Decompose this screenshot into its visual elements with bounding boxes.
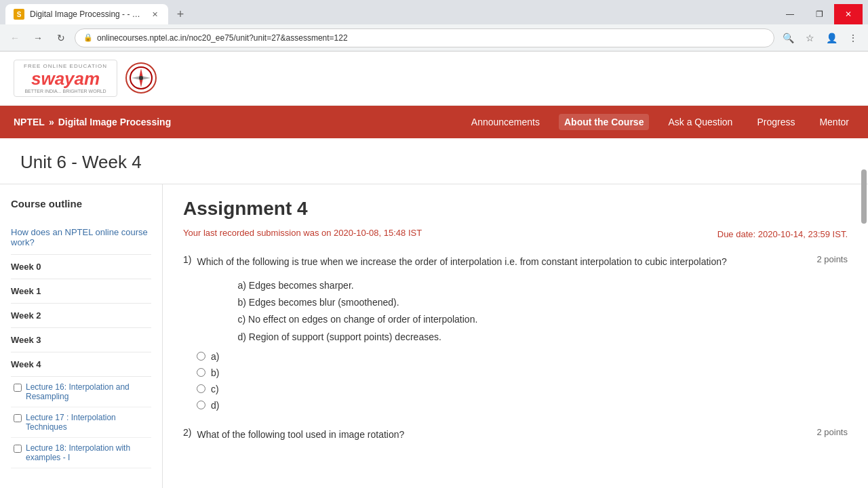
question-2-block: 2) What of the following tool used in im… (183, 427, 848, 450)
main-wrapper: Course outline How does an NPTEL online … (0, 184, 868, 488)
svg-point-3 (139, 76, 143, 80)
tab-title: Digital Image Processing - - Uni... (30, 9, 144, 19)
submission-row: Your last recorded submission was on 202… (183, 228, 848, 241)
back-button[interactable]: ← (5, 28, 24, 47)
radio-row-1d: d) (197, 400, 848, 411)
radio-row-1b: b) (197, 367, 848, 378)
window-maximize-button[interactable]: ❐ (805, 4, 834, 24)
browser-chrome: S Digital Image Processing - - Uni... ✕ … (0, 0, 868, 52)
reload-button[interactable]: ↻ (52, 28, 71, 47)
due-date: Due date: 2020-10-14, 23:59 IST. (717, 229, 848, 239)
page-title: Unit 6 - Week 4 (20, 152, 848, 173)
radio-row-1c: c) (197, 384, 848, 394)
sidebar-section-week1[interactable]: Week 1 (11, 279, 151, 304)
lec18-checkbox[interactable] (14, 445, 22, 453)
toolbar-actions: 🔍 ☆ 👤 ⋮ (778, 28, 863, 47)
option-1a: a) Edges becomes sharper. (237, 277, 726, 294)
sidebar-section-week2[interactable]: Week 2 (11, 304, 151, 328)
question-2-header: 2) What of the following tool used in im… (183, 427, 848, 450)
forward-button[interactable]: → (28, 28, 47, 47)
nav-link-progress[interactable]: Progress (751, 114, 800, 130)
profile-button[interactable]: 👤 (822, 28, 841, 47)
breadcrumb-course[interactable]: Digital Image Processing (58, 117, 172, 127)
option-1b: b) Edges becomes blur (smoothened). (237, 294, 726, 311)
radio-label-q1a[interactable]: a) (211, 351, 219, 362)
lock-icon: 🔒 (83, 33, 93, 42)
sidebar-title: Course outline (11, 198, 151, 209)
sidebar-section-week4[interactable]: Week 4 (11, 352, 151, 377)
browser-tab[interactable]: S Digital Image Processing - - Uni... ✕ (5, 4, 168, 24)
sidebar-section-week3[interactable]: Week 3 (11, 328, 151, 352)
question-1-radio-options: a) b) c) d) (197, 351, 848, 411)
nav-bar: NPTEL » Digital Image Processing Announc… (0, 106, 868, 138)
radio-q1d[interactable] (197, 401, 205, 409)
question-2-num: 2) (183, 427, 191, 438)
sidebar: Course outline How does an NPTEL online … (0, 184, 163, 488)
breadcrumb-nptel[interactable]: NPTEL (14, 117, 45, 127)
lec16-checkbox[interactable] (14, 384, 22, 392)
question-1-options: a) Edges becomes sharper. b) Edges becom… (237, 277, 726, 346)
option-1d: d) Region of support (support points) de… (237, 329, 726, 346)
swayam-sub: BETTER INDIA... BRIGHTER WORLD (24, 89, 106, 94)
window-close-button[interactable]: ✕ (834, 4, 863, 24)
new-tab-button[interactable]: + (171, 5, 190, 24)
swayam-logo-box: FREE ONLINE EDUCATION swayam BETTER INDI… (14, 60, 117, 97)
radio-q1a[interactable] (197, 352, 205, 361)
browser-title-bar: S Digital Image Processing - - Uni... ✕ … (0, 0, 868, 24)
url-text: onlinecourses.nptel.ac.in/noc20_ee75/uni… (97, 33, 766, 43)
radio-label-q1b[interactable]: b) (211, 367, 219, 378)
bookmark-button[interactable]: ☆ (800, 28, 819, 47)
question-1-header: 1) Which of the following is true when w… (183, 254, 848, 346)
page-content: FREE ONLINE EDUCATION swayam BETTER INDI… (0, 52, 868, 488)
sidebar-item-lec17[interactable]: Lecture 17 : Interpolation Techniques (11, 407, 151, 438)
radio-row-1a: a) (197, 351, 848, 362)
nav-link-ask-question[interactable]: Ask a Question (663, 114, 738, 130)
radio-label-q1d[interactable]: d) (211, 400, 219, 411)
breadcrumb: NPTEL » Digital Image Processing (14, 117, 466, 127)
tab-favicon: S (14, 9, 24, 20)
compass-logo (125, 62, 157, 94)
radio-q1b[interactable] (197, 368, 205, 377)
sidebar-item-lec18[interactable]: Lecture 18: Interpolation with examples … (11, 438, 151, 468)
option-1c: c) No effect on edges on change of order… (237, 311, 726, 328)
sidebar-item-lec16[interactable]: Lecture 16: Interpolation and Resampling (11, 377, 151, 407)
nav-links: Announcements About the Course Ask a Que… (466, 114, 854, 130)
nav-link-mentor[interactable]: Mentor (814, 114, 854, 130)
browser-toolbar: ← → ↻ 🔒 onlinecourses.nptel.ac.in/noc20_… (0, 24, 868, 52)
sidebar-section-week0[interactable]: Week 0 (11, 255, 151, 279)
scrollbar-thumb[interactable] (861, 169, 867, 224)
top-header: FREE ONLINE EDUCATION swayam BETTER INDI… (0, 52, 868, 106)
content-area: Assignment 4 Your last recorded submissi… (163, 184, 868, 488)
question-1-block: 1) Which of the following is true when w… (183, 254, 848, 411)
breadcrumb-separator: » (49, 117, 54, 127)
nav-link-announcements[interactable]: Announcements (466, 114, 545, 130)
question-2-points: 2 points (816, 427, 848, 437)
zoom-button[interactable]: 🔍 (778, 28, 797, 47)
sidebar-link-how[interactable]: How does an NPTEL online course work? (11, 220, 151, 255)
radio-label-q1c[interactable]: c) (211, 384, 219, 394)
tab-close-button[interactable]: ✕ (149, 9, 160, 20)
lec17-checkbox[interactable] (14, 414, 22, 422)
swayam-logo-text: swayam (31, 69, 100, 89)
swayam-logo: FREE ONLINE EDUCATION swayam BETTER INDI… (14, 60, 157, 97)
address-bar[interactable]: 🔒 onlinecourses.nptel.ac.in/noc20_ee75/u… (75, 28, 774, 47)
radio-q1c[interactable] (197, 384, 205, 393)
submission-info: Your last recorded submission was on 202… (183, 228, 422, 238)
more-button[interactable]: ⋮ (844, 28, 863, 47)
question-1-text: Which of the following is true when we i… (197, 254, 726, 269)
page-title-section: Unit 6 - Week 4 (0, 138, 868, 184)
nav-link-about-course[interactable]: About the Course (559, 114, 649, 130)
window-minimize-button[interactable]: — (775, 4, 805, 24)
question-2-text: What of the following tool used in image… (197, 427, 404, 442)
question-1-points: 2 points (816, 254, 848, 264)
assignment-title: Assignment 4 (183, 198, 848, 220)
question-1-num: 1) (183, 254, 191, 265)
